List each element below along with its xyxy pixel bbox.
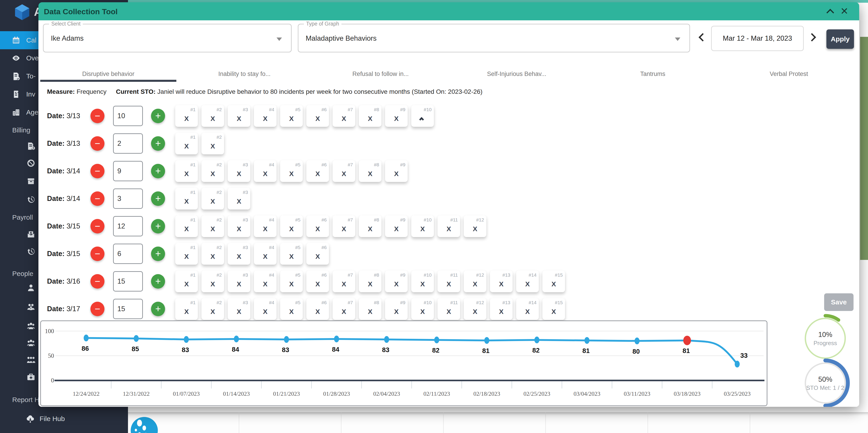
incident-chip[interactable]: #2X — [202, 188, 224, 209]
incident-chip[interactable]: #4X — [254, 270, 277, 292]
select-client-dropdown[interactable]: Select Client Ike Adams — [43, 24, 292, 53]
count-input[interactable] — [113, 106, 143, 126]
decrement-button[interactable]: − — [90, 164, 104, 178]
incident-chip[interactable]: #12X — [464, 270, 486, 292]
incident-chip[interactable]: #4X — [254, 160, 277, 182]
increment-button[interactable]: + — [151, 302, 165, 316]
incident-chip[interactable]: #5X — [280, 160, 303, 182]
incident-chip[interactable]: #13X — [490, 270, 513, 292]
decrement-button[interactable]: − — [90, 109, 104, 123]
incident-chip[interactable]: #13X — [490, 298, 513, 320]
decrement-button[interactable]: − — [90, 246, 104, 261]
decrement-button[interactable]: − — [90, 191, 104, 206]
increment-button[interactable]: + — [151, 136, 165, 151]
date-range-field[interactable]: Mar 12 - Mar 18, 2023 — [711, 26, 804, 51]
incident-chip[interactable]: #7X — [333, 105, 355, 127]
incident-chip[interactable]: #10X — [411, 270, 434, 292]
prev-week-icon[interactable] — [699, 33, 707, 41]
incident-chip[interactable]: #6X — [306, 243, 329, 265]
modal-header[interactable]: Data Collection Tool × — [38, 2, 859, 20]
graph-type-dropdown[interactable]: Type of Graph Maladaptive Behaviors — [298, 24, 690, 53]
count-input[interactable] — [113, 299, 143, 319]
count-input[interactable] — [113, 161, 143, 181]
incident-chip[interactable]: #5X — [280, 105, 303, 127]
incident-chip[interactable]: #6X — [306, 215, 329, 237]
incident-chip[interactable]: #1X — [175, 270, 198, 292]
save-button[interactable]: Save — [824, 293, 854, 311]
increment-button[interactable]: + — [151, 164, 165, 178]
incident-chip[interactable]: #10X — [411, 298, 434, 320]
incident-chip[interactable]: #12X — [464, 298, 486, 320]
incident-chip[interactable]: #1X — [175, 298, 198, 320]
increment-button[interactable]: + — [151, 246, 165, 261]
incident-chip[interactable]: #15X — [542, 270, 565, 292]
decrement-button[interactable]: − — [90, 219, 104, 233]
collapse-icon[interactable] — [827, 9, 834, 16]
incident-chip[interactable]: #9X — [385, 105, 408, 127]
incident-chip[interactable]: #2X — [202, 243, 224, 265]
incident-chip[interactable]: #8X — [359, 215, 381, 237]
next-week-icon[interactable] — [808, 33, 816, 41]
incident-chip[interactable]: #10 — [411, 105, 434, 127]
incident-chip[interactable]: #4X — [254, 105, 277, 127]
incident-chip[interactable]: #5X — [280, 270, 303, 292]
incident-chip[interactable]: #10X — [411, 215, 434, 237]
incident-chip[interactable]: #2X — [202, 298, 224, 320]
count-input[interactable] — [113, 271, 143, 292]
incident-chip[interactable]: #14X — [516, 270, 539, 292]
tab-inability-to-stay-fo[interactable]: Inability to stay fo... — [176, 67, 312, 82]
incident-chip[interactable]: #6X — [306, 160, 329, 182]
incident-chip[interactable]: #3X — [228, 105, 250, 127]
increment-button[interactable]: + — [151, 109, 165, 123]
incident-chip[interactable]: #3X — [228, 270, 250, 292]
incident-chip[interactable]: #7X — [333, 270, 355, 292]
count-input[interactable] — [113, 216, 143, 236]
incident-chip[interactable]: #1X — [175, 243, 198, 265]
incident-chip[interactable]: #1X — [175, 160, 198, 182]
count-input[interactable] — [113, 133, 143, 154]
incident-chip[interactable]: #8X — [359, 270, 381, 292]
apply-button[interactable]: Apply — [827, 29, 854, 49]
decrement-button[interactable]: − — [90, 274, 104, 289]
incident-chip[interactable]: #9X — [385, 215, 408, 237]
incident-chip[interactable]: #4X — [254, 298, 277, 320]
incident-chip[interactable]: #9X — [385, 298, 408, 320]
close-icon[interactable]: × — [841, 4, 848, 18]
count-input[interactable] — [113, 244, 143, 264]
incident-chip[interactable]: #12X — [464, 215, 486, 237]
increment-button[interactable]: + — [151, 274, 165, 289]
tab-verbal-protest[interactable]: Verbal Protest — [721, 67, 857, 82]
incident-chip[interactable]: #3X — [228, 215, 250, 237]
incident-chip[interactable]: #7X — [333, 160, 355, 182]
incident-chip[interactable]: #6X — [306, 105, 329, 127]
incident-chip[interactable]: #1X — [175, 215, 198, 237]
sidebar-item-file-hub[interactable]: File Hub — [0, 410, 128, 428]
incident-chip[interactable]: #9X — [385, 160, 408, 182]
incident-chip[interactable]: #3X — [228, 188, 250, 209]
incident-chip[interactable]: #5X — [280, 243, 303, 265]
incident-chip[interactable]: #11X — [437, 270, 460, 292]
decrement-button[interactable]: − — [90, 302, 104, 316]
incident-chip[interactable]: #11X — [437, 215, 460, 237]
incident-chip[interactable]: #1X — [175, 133, 198, 154]
incident-chip[interactable]: #2X — [202, 215, 224, 237]
tab-self-injurious-behav[interactable]: Self-Injurious Behav... — [448, 67, 585, 82]
incident-chip[interactable]: #2X — [202, 105, 224, 127]
incident-chip[interactable]: #8X — [359, 105, 381, 127]
increment-button[interactable]: + — [151, 191, 165, 206]
incident-chip[interactable]: #3X — [228, 298, 250, 320]
incident-chip[interactable]: #5X — [280, 298, 303, 320]
decrement-button[interactable]: − — [90, 136, 104, 151]
incident-chip[interactable]: #6X — [306, 298, 329, 320]
incident-chip[interactable]: #1X — [175, 188, 198, 209]
incident-chip[interactable]: #8X — [359, 298, 381, 320]
incident-chip[interactable]: #11X — [437, 298, 460, 320]
incident-chip[interactable]: #3X — [228, 243, 250, 265]
tab-refusal-to-follow-in[interactable]: Refusal to follow in... — [312, 67, 448, 82]
incident-chip[interactable]: #5X — [280, 215, 303, 237]
incident-chip[interactable]: #7X — [333, 298, 355, 320]
incident-chip[interactable]: #8X — [359, 160, 381, 182]
incident-chip[interactable]: #15X — [542, 298, 565, 320]
incident-chip[interactable]: #2X — [202, 270, 224, 292]
incident-chip[interactable]: #2X — [202, 160, 224, 182]
